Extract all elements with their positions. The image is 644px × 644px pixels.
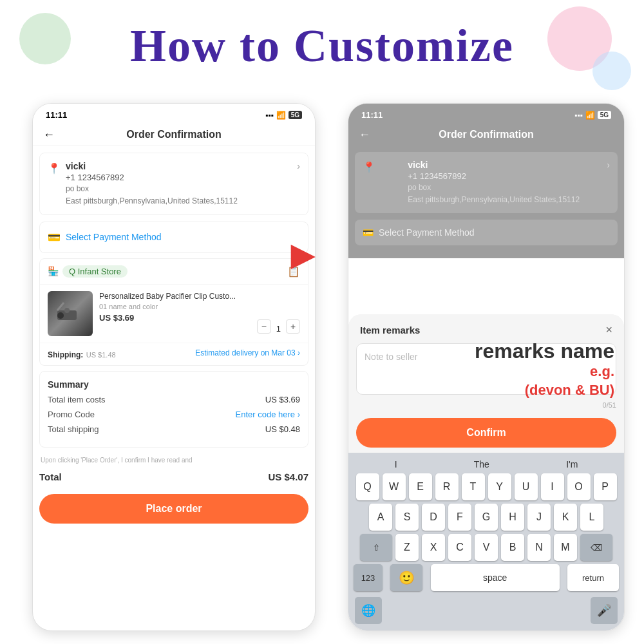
left-time: 11:11	[46, 110, 67, 120]
qty-plus-btn[interactable]: +	[286, 319, 300, 334]
item-remarks-modal: Item remarks × Note to seller remarks na…	[348, 314, 624, 630]
num-key[interactable]: 123	[354, 564, 383, 591]
suggestion-the[interactable]: The	[474, 459, 489, 469]
confirm-button[interactable]: Confirm	[356, 418, 616, 448]
product-variant: 01 name and color	[99, 303, 251, 310]
right-status-bar: 11:11 ▪▪▪ 📶 5G	[348, 104, 624, 124]
modal-input-area[interactable]: Note to seller	[356, 343, 616, 395]
shipping-row: Shipping: US $1.48 Estimated delivery on…	[40, 343, 308, 365]
right-payment-section[interactable]: 💳 Select Payment Method	[355, 220, 618, 245]
right-phone: 11:11 ▪▪▪ 📶 5G ← Order Confirmation 📍 vi…	[348, 103, 625, 631]
shipping-sub: US $1.48	[86, 351, 116, 359]
keyboard: I The I'm Q W E R T Y U I O P A S D	[348, 453, 624, 630]
shipping-total-val: US $0.48	[265, 424, 300, 434]
place-order-button[interactable]: Place order	[39, 494, 308, 524]
key-z[interactable]: Z	[395, 534, 419, 561]
key-m[interactable]: M	[554, 534, 577, 561]
mic-key: 🎤	[591, 597, 618, 624]
payment-icon: 💳	[48, 231, 61, 243]
signal-icon: ▪▪▪	[265, 111, 274, 120]
store-name-row: 🏪 Q Infant Store	[48, 265, 128, 278]
key-s[interactable]: S	[395, 504, 419, 531]
left-back-button[interactable]: ←	[43, 128, 55, 142]
modal-body: Note to seller remarks name e.g. (devon …	[348, 343, 624, 409]
right-network-badge: 5G	[598, 111, 611, 119]
shift-key[interactable]: ⇧	[360, 534, 392, 561]
right-address-content: vicki +1 1234567892 po box East pittsbur…	[408, 160, 580, 205]
emoji-key[interactable]: 🙂	[390, 564, 422, 591]
key-o[interactable]: O	[567, 473, 591, 500]
left-status-bar: 11:11 ▪▪▪ 📶 5G	[33, 104, 315, 124]
key-w[interactable]: W	[383, 473, 406, 500]
key-i[interactable]: I	[541, 473, 564, 500]
qty-minus-btn[interactable]: −	[257, 319, 271, 334]
promo-val[interactable]: Enter code here ›	[236, 410, 300, 419]
key-d[interactable]: D	[422, 504, 445, 531]
keyboard-bottom-row: 🌐 🎤	[351, 594, 621, 628]
modal-header: Item remarks ×	[348, 314, 624, 343]
product-svg-icon	[54, 298, 86, 330]
right-address-name: vicki	[408, 160, 580, 170]
key-t[interactable]: T	[462, 473, 485, 500]
address-name: vicki	[66, 161, 297, 171]
total-bar: Total US $4.07	[39, 468, 308, 486]
address-phone: +1 1234567892	[66, 173, 297, 182]
main-title: How to Customize	[0, 19, 644, 73]
key-a[interactable]: A	[369, 504, 392, 531]
key-r[interactable]: R	[435, 473, 459, 500]
key-b[interactable]: B	[501, 534, 524, 561]
right-payment-icon: 💳	[363, 227, 374, 238]
left-address-section[interactable]: 📍 vicki +1 1234567892 po box East pittsb…	[39, 153, 308, 215]
key-y[interactable]: Y	[488, 473, 511, 500]
keyboard-row-3: ⇧ Z X C V B N M ⌫	[351, 534, 621, 561]
address-line1: po box	[66, 184, 297, 194]
keyboard-row-2: A S D F G H J K L	[351, 504, 621, 531]
key-c[interactable]: C	[448, 534, 471, 561]
modal-title: Item remarks	[360, 325, 420, 336]
key-l[interactable]: L	[580, 504, 603, 531]
product-info: Personalized Baby Pacifier Clip Custo...…	[99, 291, 251, 336]
left-status-icons: ▪▪▪ 📶 5G	[265, 111, 302, 120]
right-address-section[interactable]: 📍 vicki +1 1234567892 po box East pittsb…	[355, 152, 618, 213]
right-back-button[interactable]: ←	[359, 128, 370, 142]
globe-key[interactable]: 🌐	[355, 597, 382, 624]
key-e[interactable]: E	[409, 473, 432, 500]
key-q[interactable]: Q	[356, 473, 379, 500]
suggestion-i[interactable]: I	[395, 459, 397, 469]
delete-key[interactable]: ⌫	[580, 534, 612, 561]
key-u[interactable]: U	[515, 473, 538, 500]
key-n[interactable]: N	[527, 534, 551, 561]
address-arrow-icon: ›	[297, 161, 300, 171]
space-key[interactable]: space	[431, 564, 560, 591]
store-icon: 🏪	[48, 266, 59, 276]
key-k[interactable]: K	[554, 504, 577, 531]
wifi-icon: 📶	[276, 111, 286, 120]
key-v[interactable]: V	[475, 534, 498, 561]
right-address-city: East pittsburgh,Pennsylvania,United Stat…	[408, 194, 580, 205]
return-key[interactable]: return	[567, 564, 619, 591]
left-payment-section[interactable]: 💳 Select Payment Method	[39, 222, 308, 253]
product-image	[48, 291, 93, 336]
product-price: US $3.69	[99, 313, 251, 323]
key-x[interactable]: X	[422, 534, 445, 561]
right-nav-bar: ← Order Confirmation	[348, 124, 624, 146]
suggestion-im[interactable]: I'm	[566, 459, 578, 469]
keyboard-row-4: 123 🙂 space return	[351, 564, 621, 591]
key-f[interactable]: F	[448, 504, 471, 531]
modal-close-button[interactable]: ×	[605, 323, 612, 337]
char-count: 0/51	[356, 401, 616, 409]
key-g[interactable]: G	[475, 504, 498, 531]
store-name-badge[interactable]: Q Infant Store	[62, 265, 128, 278]
address-city: East pittsburgh,Pennsylvania,United Stat…	[66, 196, 297, 207]
product-name: Personalized Baby Pacifier Clip Custo...	[99, 291, 251, 302]
promo-label: Promo Code	[48, 410, 95, 419]
key-h[interactable]: H	[501, 504, 524, 531]
address-pin-icon: 📍	[48, 162, 61, 175]
key-j[interactable]: J	[527, 504, 551, 531]
right-payment-label: Select Payment Method	[379, 227, 475, 238]
summary-row-items: Total item costs US $3.69	[48, 395, 300, 404]
key-p[interactable]: P	[594, 473, 617, 500]
svg-point-3	[64, 308, 70, 313]
right-wifi-icon: 📶	[585, 111, 595, 120]
disclaimer: Upon clicking 'Place Order', I confirm I…	[33, 453, 315, 468]
